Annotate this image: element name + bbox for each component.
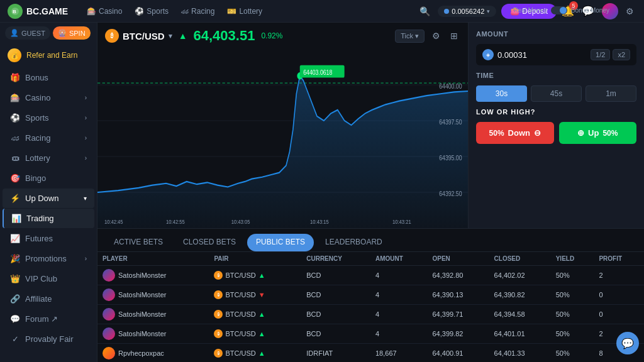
real-money-label: Real Money bbox=[513, 7, 547, 14]
sidebar-item-promotions[interactable]: 🎉 Promotions bbox=[3, 249, 94, 268]
bets-table-container[interactable]: PLAYER PAIR CURRENCY AMOUNT OPEN CLOSED … bbox=[97, 252, 644, 362]
time-45s-button[interactable]: 45s bbox=[531, 85, 582, 102]
spin-button[interactable]: 🎡 SPIN bbox=[53, 26, 91, 40]
content-area: ₿ BTC/USD ▾ ▲ 64,403.51 0.92% Tick ▾ ⚙ ⊞ bbox=[97, 23, 644, 362]
sidebar-item-refer-earn[interactable]: 💰 Refer and Earn bbox=[0, 43, 97, 67]
vip-label: VIP Club bbox=[25, 274, 57, 283]
racing-sidebar-icon: 🏎 bbox=[10, 133, 20, 143]
sports-icon: ⚽ bbox=[135, 7, 144, 16]
sidebar-item-updown[interactable]: ⚡ Up Down bbox=[3, 189, 94, 208]
vip-icon: 👑 bbox=[10, 274, 20, 283]
direction-up-icon: ▲ bbox=[258, 272, 265, 279]
updown-icon: ⚡ bbox=[10, 194, 20, 203]
chart-fullscreen-icon[interactable]: ⊞ bbox=[448, 30, 460, 42]
sidebar-item-vip[interactable]: 👑 VIP Club bbox=[3, 269, 94, 288]
yield-cell: 50% bbox=[551, 324, 594, 344]
guest-button[interactable]: 👤 GUEST bbox=[5, 26, 50, 40]
player-name: SatoshiMonster bbox=[118, 272, 166, 279]
pair-value: BTC/USD bbox=[225, 272, 255, 279]
tick-chevron-icon: ▾ bbox=[415, 32, 419, 40]
player-name: SatoshiMonster bbox=[118, 310, 166, 318]
col-player: PLAYER bbox=[97, 252, 209, 266]
tick-button[interactable]: Tick ▾ bbox=[395, 30, 425, 43]
nav-item-casino[interactable]: 🎰 Casino bbox=[82, 4, 127, 18]
sidebar-item-casino[interactable]: 🎰 Casino bbox=[3, 88, 94, 107]
balance-chevron-icon: ▾ bbox=[487, 8, 490, 14]
tab-leaderboard[interactable]: LEADERBOARD bbox=[316, 234, 391, 251]
amount-section-label: Amount bbox=[476, 30, 636, 38]
tab-bar: ACTIVE BETS CLOSED BETS PUBLIC BETS LEAD… bbox=[97, 229, 644, 252]
forum-icon: 💬 bbox=[10, 314, 20, 324]
table-row: SatoshiMonster ₿ BTC/USD ▲ BCD 4 64,392.… bbox=[97, 266, 644, 285]
casino-icon: 🎰 bbox=[87, 7, 96, 16]
table-row: SatoshiMonster ₿ BTC/USD ▼ BCD 4 64,390.… bbox=[97, 285, 644, 305]
amount-coin-icon: ◈ bbox=[482, 49, 494, 60]
direction-up-icon: ▲ bbox=[258, 349, 265, 357]
sidebar-item-sports[interactable]: ⚽ Sports bbox=[3, 108, 94, 128]
settings-icon[interactable]: ⚙ bbox=[623, 5, 636, 18]
sports-sidebar-icon: ⚽ bbox=[10, 113, 20, 123]
amount-value: 0.00031 bbox=[497, 50, 587, 60]
nav-items: 🎰 Casino ⚽ Sports 🏎 Racing 🎫 Lottery bbox=[82, 4, 412, 18]
money-toggle: Real Money Bonus Money bbox=[513, 6, 609, 14]
currency-cell: IDRFIAT bbox=[301, 344, 370, 363]
player-name: Rpvhecpoxpac bbox=[118, 349, 164, 357]
profit-cell: 0 bbox=[594, 285, 644, 305]
yield-cell: 50% bbox=[551, 285, 594, 305]
profit-cell: 0 bbox=[594, 305, 644, 324]
search-icon[interactable]: 🔍 bbox=[417, 5, 433, 18]
amount-input-row[interactable]: ◈ 0.00031 1/2 x2 bbox=[476, 44, 636, 65]
tab-active-bets[interactable]: ACTIVE BETS bbox=[105, 234, 172, 251]
closed-cell: 64,394.58 bbox=[489, 305, 551, 324]
currency-cell: BCD bbox=[301, 305, 370, 324]
down-bet-button[interactable]: 50% Down ⊖ bbox=[476, 122, 554, 144]
pair-chevron-icon: ▾ bbox=[169, 32, 172, 40]
up-icon: ⊕ bbox=[577, 128, 584, 138]
tab-public-bets[interactable]: PUBLIC BETS bbox=[247, 234, 314, 251]
sidebar-user-buttons: 👤 GUEST 🎡 SPIN bbox=[0, 23, 97, 43]
amount-cell: 4 bbox=[370, 305, 427, 324]
sidebar-item-forum[interactable]: 💬 Forum ↗ bbox=[3, 309, 94, 329]
bonus-money-label: Bonus Money bbox=[571, 7, 609, 14]
chart-main: ₿ BTC/USD ▾ ▲ 64,403.51 0.92% Tick ▾ ⚙ ⊞ bbox=[97, 23, 468, 228]
sidebar-item-futures[interactable]: 📈 Futures bbox=[3, 229, 94, 248]
sidebar-item-trading[interactable]: 📊 Trading bbox=[3, 209, 94, 228]
yield-cell: 50% bbox=[551, 344, 594, 363]
sidebar-item-bingo[interactable]: 🎯 Bingo bbox=[3, 168, 94, 188]
chart-header: ₿ BTC/USD ▾ ▲ 64,403.51 0.92% Tick ▾ ⚙ ⊞ bbox=[97, 23, 468, 49]
logo[interactable]: B BC.GAME bbox=[8, 4, 77, 19]
up-label: Up bbox=[588, 128, 599, 138]
btc-pair[interactable]: ₿ BTC/USD ▾ bbox=[105, 29, 172, 43]
balance-display[interactable]: 0.0056242 ▾ bbox=[438, 6, 496, 17]
direction-up-icon: ▲ bbox=[258, 310, 265, 318]
nav-item-lottery[interactable]: 🎫 Lottery bbox=[222, 4, 267, 18]
half-button[interactable]: 1/2 bbox=[591, 49, 610, 60]
svg-text:10:43:21: 10:43:21 bbox=[392, 218, 411, 225]
table-row: Rpvhecpoxpac ₿ BTC/USD ▲ IDRFIAT 18,667 … bbox=[97, 344, 644, 363]
nav-item-sports[interactable]: ⚽ Sports bbox=[130, 4, 174, 18]
col-amount: AMOUNT bbox=[370, 252, 427, 266]
pair-value: BTC/USD bbox=[225, 349, 255, 357]
time-30s-button[interactable]: 30s bbox=[476, 85, 527, 102]
up-pct: 50% bbox=[602, 129, 618, 138]
affiliate-icon: 🔗 bbox=[10, 294, 20, 304]
lottery-icon: 🎫 bbox=[227, 7, 236, 16]
yield-cell: 50% bbox=[551, 305, 594, 324]
price-change: 0.92% bbox=[261, 31, 282, 40]
trading-icon: 📊 bbox=[11, 214, 21, 223]
sidebar-item-racing[interactable]: 🏎 Racing bbox=[3, 128, 94, 148]
sidebar-item-lottery[interactable]: 🎟 Lottery bbox=[3, 148, 94, 168]
chat-float-button[interactable]: 💬 bbox=[616, 332, 639, 354]
casino-sidebar-icon: 🎰 bbox=[10, 93, 20, 102]
time-1m-button[interactable]: 1m bbox=[586, 85, 636, 102]
up-bet-button[interactable]: ⊕ Up 50% bbox=[559, 122, 637, 144]
player-avatar bbox=[103, 269, 115, 282]
sidebar-item-affiliate[interactable]: 🔗 Affiliate bbox=[3, 289, 94, 309]
sidebar-item-provably-fair[interactable]: ✓ Provably Fair bbox=[3, 329, 94, 349]
double-button[interactable]: x2 bbox=[613, 49, 630, 60]
tab-closed-bets[interactable]: CLOSED BETS bbox=[174, 234, 245, 251]
nav-item-racing[interactable]: 🏎 Racing bbox=[176, 4, 219, 18]
chart-settings-icon[interactable]: ⚙ bbox=[430, 30, 443, 42]
racing-sidebar-label: Racing bbox=[25, 133, 50, 143]
sidebar-item-bonus[interactable]: 🎁 Bonus bbox=[3, 68, 94, 87]
